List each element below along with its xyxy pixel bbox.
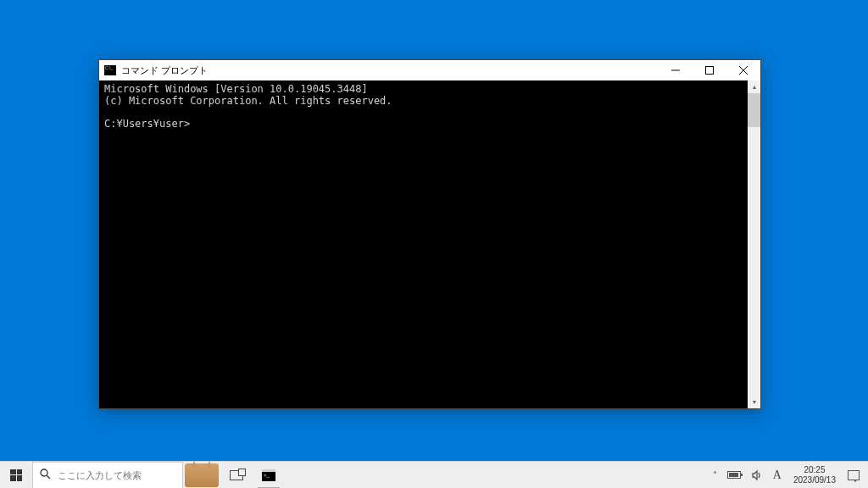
svg-point-4 [41,469,47,476]
svg-rect-1 [706,67,714,75]
cortana-assistant-icon[interactable] [185,463,219,487]
console-content[interactable]: Microsoft Windows [Version 10.0.19045.34… [99,80,748,408]
search-box[interactable] [32,462,183,489]
scroll-up-button[interactable]: ▴ [748,80,760,93]
task-view-icon [230,470,243,480]
clock-time: 20:25 [804,465,825,475]
search-icon [40,469,51,482]
windows-logo-icon [10,469,22,481]
taskbar-app-cmd[interactable] [253,462,285,489]
ime-indicator[interactable]: A [768,462,787,489]
clock-date: 2023/09/13 [793,475,836,485]
console-line: (c) Microsoft Corporation. All rights re… [104,95,392,107]
system-tray: ˄ A 20:25 2023/09/13 [708,462,868,489]
cmd-app-icon [262,469,275,481]
scroll-down-button[interactable]: ▾ [748,396,760,408]
console-prompt: C:¥Users¥user> [104,118,190,130]
minimize-button[interactable] [659,60,693,80]
task-view-button[interactable] [220,462,253,489]
battery-icon [727,471,741,479]
scrollbar[interactable]: ▴ ▾ [748,80,760,408]
taskbar: ˄ A 20:25 2023/09/13 [0,461,868,488]
clock[interactable]: 20:25 2023/09/13 [787,465,843,485]
svg-line-5 [47,475,50,479]
battery-tray-icon[interactable] [722,462,746,489]
console-line: Microsoft Windows [Version 10.0.19045.34… [104,83,368,95]
volume-tray-icon[interactable] [746,462,768,489]
window-title: コマンド プロンプト [121,64,208,77]
close-button[interactable] [726,60,760,80]
cmd-title-icon [104,65,116,75]
command-prompt-window: コマンド プロンプト Microsoft Windows [Version 10… [98,59,761,409]
titlebar[interactable]: コマンド プロンプト [99,60,760,80]
console-area: Microsoft Windows [Version 10.0.19045.34… [99,80,760,408]
maximize-button[interactable] [693,60,726,80]
scroll-thumb[interactable] [748,93,760,127]
tray-overflow-button[interactable]: ˄ [708,462,722,489]
window-controls [659,60,760,80]
notification-icon [848,470,860,480]
action-center-button[interactable] [843,462,865,489]
start-button[interactable] [0,462,32,489]
search-input[interactable] [58,470,175,480]
